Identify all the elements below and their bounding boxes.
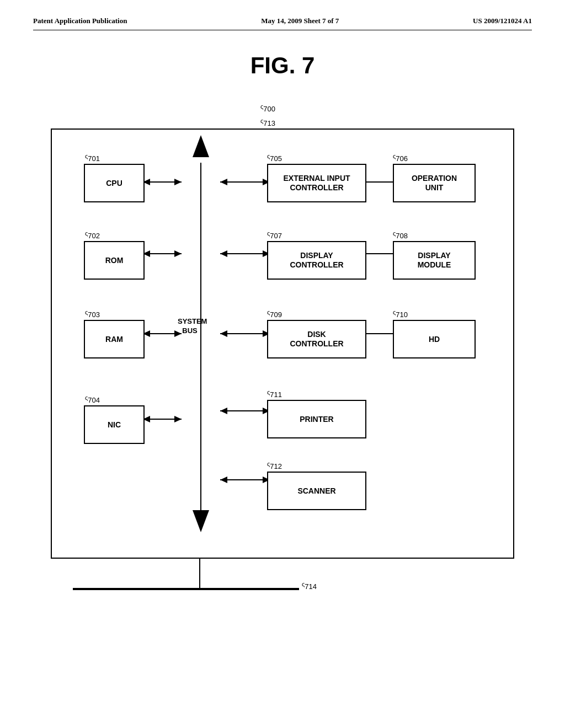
ref-710: ς710 (393, 309, 408, 319)
operation-unit-box: OPERATIONUNIT (393, 164, 476, 202)
external-input-controller-box: EXTERNAL INPUTCONTROLLER (267, 164, 366, 202)
ref-700: ς700 (260, 103, 275, 113)
system-bus-label: SYSTEMBUS (178, 317, 202, 336)
rom-box: ROM (84, 241, 145, 280)
ref-707: ς707 (267, 230, 282, 240)
svg-marker-13 (174, 416, 182, 422)
ref-705: ς705 (267, 153, 282, 163)
svg-marker-17 (220, 179, 227, 185)
ref-711: ς711 (267, 389, 282, 399)
svg-marker-26 (220, 408, 227, 414)
ref-713: ς713 (260, 117, 275, 127)
ref-701: ς701 (85, 153, 100, 163)
ref-712: ς712 (267, 461, 282, 470)
svg-marker-1 (193, 135, 209, 157)
page-header: Patent Application Publication May 14, 2… (33, 17, 532, 30)
cpu-box: CPU (84, 164, 145, 202)
ref-708: ς708 (393, 230, 408, 240)
hd-box: HD (393, 320, 476, 358)
figure-title: FIG. 7 (33, 52, 532, 79)
svg-marker-7 (174, 250, 182, 257)
ref-704: ς704 (85, 394, 100, 404)
header-left: Patent Application Publication (33, 17, 127, 25)
network-line-svg (51, 559, 514, 603)
ref-703: ς703 (85, 309, 100, 319)
ref-709: ς709 (267, 309, 282, 319)
display-controller-box: DISPLAYCONTROLLER (267, 241, 366, 280)
scanner-box: SCANNER (267, 472, 366, 510)
ram-box: RAM (84, 320, 145, 358)
svg-marker-4 (174, 179, 182, 185)
ref-714: ς714 (302, 581, 317, 591)
svg-marker-2 (193, 510, 209, 532)
svg-marker-23 (220, 330, 227, 337)
header-center: May 14, 2009 Sheet 7 of 7 (261, 17, 339, 25)
svg-marker-20 (220, 250, 227, 257)
network-line-area: ς714 (51, 559, 514, 603)
outer-box-700: ς701 CPU ς702 ROM ς703 RAM (51, 129, 514, 559)
ref-702: ς702 (85, 230, 100, 240)
display-module-box: DISPLAYMODULE (393, 241, 476, 280)
ref-706: ς706 (393, 153, 408, 163)
header-right: US 2009/121024 A1 (473, 17, 532, 25)
disk-controller-box: DISKCONTROLLER (267, 320, 366, 358)
page: Patent Application Publication May 14, 2… (0, 0, 565, 728)
diagram-container: ς700 ς713 (51, 101, 514, 603)
svg-marker-29 (220, 477, 227, 483)
printer-box: PRINTER (267, 400, 366, 438)
nic-box: NIC (84, 405, 145, 444)
